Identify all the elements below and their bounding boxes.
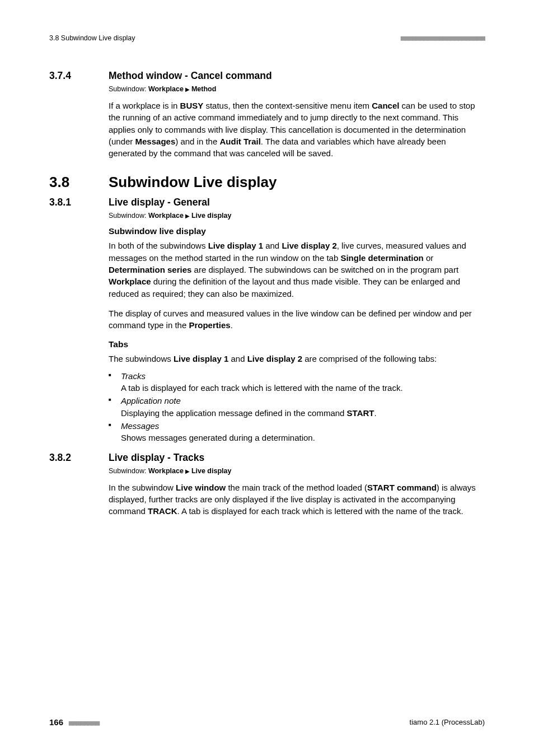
- section-title: Live display - General: [109, 197, 210, 208]
- list-item-desc: Shows messages generated during a determ…: [121, 433, 315, 442]
- section-number: 3.8.2: [49, 452, 109, 464]
- text: In the subwindow: [109, 483, 176, 492]
- text-bold: Cancel: [372, 101, 399, 110]
- text: ) and in the: [175, 137, 219, 146]
- running-header: 3.8 Subwindow Live display ■■■■■■■■■■■■■…: [49, 34, 485, 42]
- text: and: [228, 354, 247, 363]
- text-bold: Single determination: [340, 253, 423, 263]
- section-title: Subwindow Live display: [109, 174, 277, 191]
- list-item: Messages Shows messages generated during…: [109, 420, 485, 444]
- breadcrumb: Subwindow: Workplace▶Live display: [109, 212, 485, 220]
- text-bold: Determination series: [109, 265, 191, 274]
- section-3-8-1-heading: 3.8.1 Live display - General: [49, 197, 485, 208]
- crumb-part: Live display: [191, 467, 232, 475]
- text: are displayed. The subwindows can be swi…: [191, 265, 458, 274]
- section-3-8-2-heading: 3.8.2 Live display - Tracks: [49, 452, 485, 464]
- breadcrumb: Subwindow: Workplace▶Live display: [109, 467, 485, 475]
- text: are comprised of the following tabs:: [302, 354, 437, 363]
- footer-left: 166 ■■■■■■■■: [49, 717, 99, 727]
- list-item: Tracks A tab is displayed for each track…: [109, 370, 485, 394]
- section-number: 3.8.1: [49, 197, 109, 208]
- chevron-right-icon: ▶: [184, 86, 191, 92]
- runhead-dashes: ■■■■■■■■■■■■■■■■■■■■■■: [401, 34, 485, 42]
- runhead-left: 3.8 Subwindow Live display: [49, 34, 135, 42]
- paragraph: If a workplace is in BUSY status, then t…: [109, 100, 485, 159]
- text-bold: Workplace: [109, 277, 151, 286]
- page: { "runhead": { "left": "3.8 Subwindow Li…: [0, 0, 534, 756]
- paragraph: The display of curves and measured value…: [109, 307, 485, 332]
- section-3-8-1-body: Subwindow: Workplace▶Live display Subwin…: [109, 212, 485, 444]
- paragraph: The subwindows Live display 1 and Live d…: [109, 353, 485, 365]
- text: If a workplace is in: [109, 101, 180, 110]
- paragraph: In both of the subwindows Live display 1…: [109, 240, 485, 299]
- text-bold: TRACK: [148, 506, 177, 516]
- page-number: 166: [49, 717, 63, 727]
- text: and: [263, 241, 282, 250]
- footer-right: tiamo 2.1 (ProcessLab): [410, 718, 485, 726]
- crumb-part: Workplace: [148, 212, 184, 220]
- text: or: [424, 253, 434, 263]
- subheading: Tabs: [109, 339, 485, 349]
- paragraph: In the subwindow Live window the main tr…: [109, 482, 485, 517]
- list-item-title: Application note: [121, 396, 181, 405]
- text-bold: Live display 2: [247, 354, 302, 363]
- text: . A tab is displayed for each track whic…: [177, 506, 463, 516]
- section-number: 3.7.4: [49, 70, 109, 82]
- crumb-prefix: Subwindow:: [109, 85, 148, 93]
- bullet-list: Tracks A tab is displayed for each track…: [109, 370, 485, 444]
- text-bold: START: [347, 408, 374, 418]
- text: The display of curves and measured value…: [109, 309, 472, 330]
- text-bold: Audit Trail: [219, 137, 260, 146]
- text-bold: Messages: [135, 137, 176, 146]
- section-title: Method window - Cancel command: [109, 70, 272, 82]
- list-item-title: Messages: [121, 421, 159, 431]
- text: during the definition of the layout and …: [109, 277, 460, 298]
- text-bold: Properties: [189, 320, 230, 330]
- list-item-desc: A tab is displayed for each track which …: [121, 383, 403, 393]
- text: The subwindows: [109, 354, 174, 363]
- section-3-7-4-heading: 3.7.4 Method window - Cancel command: [49, 70, 485, 82]
- chevron-right-icon: ▶: [184, 468, 191, 474]
- text-bold: Live display 2: [282, 241, 336, 250]
- text: .: [231, 320, 233, 330]
- section-3-8-2-body: Subwindow: Workplace▶Live display In the…: [109, 467, 485, 517]
- text: In both of the subwindows: [109, 241, 208, 250]
- chevron-right-icon: ▶: [184, 213, 191, 219]
- section-number: 3.8: [49, 174, 109, 191]
- text: the main track of the method loaded (: [226, 483, 367, 492]
- breadcrumb: Subwindow: Workplace▶Method: [109, 85, 485, 93]
- list-item: Application note Displaying the applicat…: [109, 395, 485, 419]
- text: status, then the context-sensitive menu …: [203, 101, 372, 110]
- crumb-part: Workplace: [148, 85, 184, 93]
- text-bold: Live window: [176, 483, 226, 492]
- crumb-prefix: Subwindow:: [109, 212, 148, 220]
- text-bold: Live display 1: [208, 241, 263, 250]
- footer-dashes: ■■■■■■■■: [69, 718, 100, 727]
- text: .: [374, 408, 376, 418]
- section-title: Live display - Tracks: [109, 452, 204, 464]
- crumb-part: Live display: [191, 212, 232, 220]
- list-item-desc: Displaying the application message defin…: [121, 408, 347, 418]
- text-bold: BUSY: [180, 101, 204, 110]
- page-footer: 166 ■■■■■■■■ tiamo 2.1 (ProcessLab): [49, 717, 485, 727]
- crumb-part: Workplace: [148, 467, 184, 475]
- text-bold: START command: [367, 483, 437, 492]
- list-item-title: Tracks: [121, 371, 146, 381]
- subheading: Subwindow live display: [109, 226, 485, 236]
- section-3-7-4-body: Subwindow: Workplace▶Method If a workpla…: [109, 85, 485, 159]
- crumb-prefix: Subwindow:: [109, 467, 148, 475]
- text-bold: Live display 1: [174, 354, 228, 363]
- crumb-part: Method: [191, 85, 216, 93]
- section-3-8-heading: 3.8 Subwindow Live display: [49, 174, 485, 191]
